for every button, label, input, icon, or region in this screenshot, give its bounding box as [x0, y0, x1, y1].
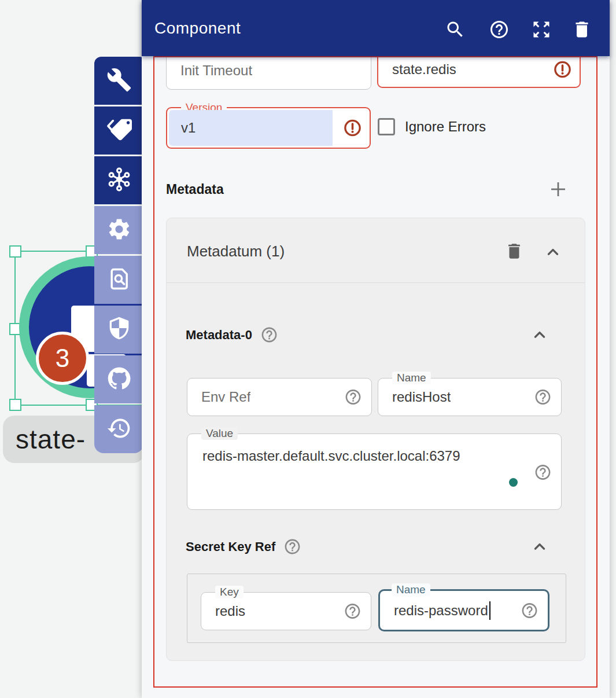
help-circle-icon[interactable] [344, 388, 362, 406]
toolbar-button-inspect[interactable] [94, 256, 143, 304]
trash-icon[interactable] [571, 19, 592, 40]
document-search-icon [106, 266, 132, 294]
delete-metadatum-icon[interactable] [504, 241, 524, 261]
selection-handle[interactable] [9, 399, 21, 411]
help-circle-icon[interactable] [260, 326, 278, 344]
secret-key-ref-group: Key redis Name redis-password [187, 574, 566, 643]
help-circle-icon[interactable] [283, 538, 301, 556]
toolbar-button-components[interactable] [94, 156, 143, 204]
metadatum-card: Metadatum (1) Metadata-0 Env Ref Name re… [166, 218, 585, 661]
secret-key-field[interactable]: Key redis [201, 592, 371, 630]
secret-key-label: Key [215, 586, 244, 598]
text-cursor [489, 601, 490, 620]
component-type-field[interactable]: state.redis [377, 51, 581, 88]
node-toolbar [94, 57, 143, 453]
error-icon [553, 60, 572, 79]
help-circle-icon[interactable] [534, 388, 552, 406]
search-icon[interactable] [445, 19, 466, 40]
panel-header: Component [142, 0, 610, 56]
toolbar-button-settings[interactable] [94, 206, 143, 254]
app-root: 3 state- Component [0, 0, 616, 698]
toolbar-button-security[interactable] [94, 306, 143, 354]
add-metadata-icon[interactable] [548, 179, 569, 200]
help-circle-icon[interactable] [534, 464, 552, 482]
collapse-secret-key-ref-icon[interactable] [531, 538, 548, 556]
ignore-errors-checkbox[interactable] [378, 118, 395, 135]
init-timeout-field[interactable]: Init Timeout [166, 51, 371, 90]
toolbar-button-github[interactable] [94, 355, 143, 403]
toolbar-button-tags[interactable] [94, 106, 143, 155]
metadata-name-field[interactable]: Name redisHost [378, 378, 562, 416]
resize-dot-icon[interactable] [509, 478, 518, 487]
panel-title: Component [154, 19, 241, 38]
github-icon [106, 366, 132, 394]
hub-icon [106, 167, 132, 194]
toolbar-button-history[interactable] [94, 405, 143, 453]
metadatum-card-title: Metadatum (1) [187, 243, 285, 260]
version-field[interactable]: Version v1 [166, 107, 371, 149]
toolbar-button-build[interactable] [94, 57, 143, 105]
collapse-metadatum-icon[interactable] [544, 244, 562, 261]
help-circle-icon[interactable] [521, 601, 538, 619]
secret-name-field[interactable]: Name redis-password [378, 589, 549, 631]
metadata-heading: Metadata [166, 182, 224, 197]
ignore-errors-label: Ignore Errors [405, 119, 486, 135]
metadata-name-label: Name [392, 372, 431, 384]
gear-icon [106, 216, 132, 244]
selection-handle[interactable] [9, 245, 21, 258]
metadata-name-value: redisHost [392, 389, 451, 405]
metadata-entry-heading: Metadata-0 [186, 328, 252, 343]
component-panel: Component Init Timeout state.redis Versi… [142, 0, 610, 698]
tag-icon [106, 117, 132, 145]
collapse-entry-icon[interactable] [531, 326, 548, 344]
help-circle-icon[interactable] [344, 603, 362, 620]
divider [167, 282, 585, 283]
secret-key-ref-heading: Secret Key Ref [186, 539, 275, 554]
metadata-value-text: redis-master.default.svc.cluster.local:6… [202, 448, 460, 464]
component-type-value: state.redis [392, 61, 456, 78]
secret-key-ref-heading-row: Secret Key Ref [186, 538, 301, 556]
secret-key-value: redis [215, 603, 245, 619]
wrench-icon [106, 67, 132, 95]
metadata-value-field[interactable]: Value redis-master.default.svc.cluster.l… [187, 434, 562, 510]
help-icon[interactable] [489, 19, 510, 40]
version-autofill-highlight: v1 [169, 110, 333, 146]
metadata-entry-heading-row: Metadata-0 [186, 326, 278, 344]
shield-icon [106, 316, 132, 344]
history-icon [106, 416, 132, 443]
metadata-value-label: Value [201, 427, 238, 440]
error-count-badge[interactable]: 3 [36, 332, 89, 385]
env-ref-field[interactable]: Env Ref [187, 378, 372, 416]
secret-name-label: Name [392, 583, 430, 596]
init-timeout-placeholder: Init Timeout [180, 63, 252, 79]
env-ref-placeholder: Env Ref [201, 389, 250, 405]
expand-icon[interactable] [531, 19, 552, 40]
version-value: v1 [181, 120, 196, 136]
error-icon [343, 119, 362, 138]
secret-name-value: redis-password [394, 603, 488, 619]
